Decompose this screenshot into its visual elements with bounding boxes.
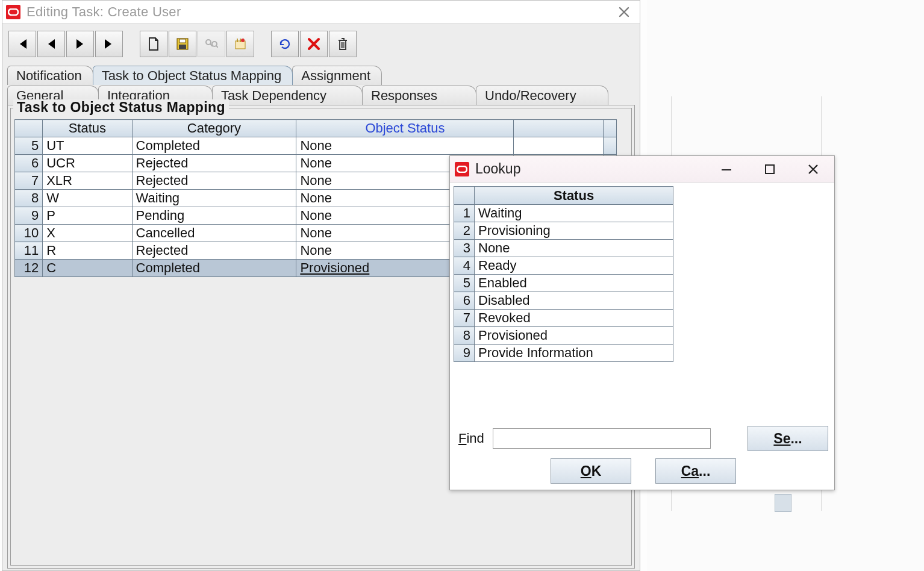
first-record-button[interactable]	[8, 31, 36, 57]
tab-task-dependency[interactable]: Task Dependency	[212, 86, 363, 105]
tab-undo-recovery[interactable]: Undo/Recovery	[476, 86, 608, 105]
tab-task-to-object-status-mapping[interactable]: Task to Object Status Mapping	[93, 66, 293, 85]
svg-rect-0	[8, 9, 18, 15]
col-head-object-status[interactable]: Object Status	[296, 120, 514, 137]
bg-scroll-thumb[interactable]	[775, 494, 791, 512]
lookup-dialog: Lookup Status 1Waiting 2Provisioning 3No…	[449, 155, 835, 490]
main-titlebar: Editing Task: Create User	[2, 1, 640, 23]
lookup-title: Lookup	[475, 161, 520, 177]
tab-responses[interactable]: Responses	[362, 86, 476, 105]
delete-red-button[interactable]	[300, 31, 328, 57]
last-record-button[interactable]	[95, 31, 123, 57]
lookup-row[interactable]: 5Enabled	[454, 275, 673, 292]
mapping-row[interactable]: 5 UT Completed None	[15, 137, 617, 155]
tab-notification[interactable]: Notification	[7, 66, 93, 85]
svg-point-4	[206, 40, 211, 45]
oracle-logo-icon	[455, 162, 469, 176]
search-button[interactable]: Se...	[748, 426, 828, 451]
col-head-category[interactable]: Category	[132, 120, 296, 137]
tab-assignment[interactable]: Assignment	[292, 66, 382, 85]
svg-point-5	[212, 42, 217, 46]
new-button[interactable]	[140, 31, 167, 57]
col-head-status[interactable]: Status	[43, 120, 132, 137]
svg-point-7	[241, 39, 245, 42]
lookup-row[interactable]: 7Revoked	[454, 310, 673, 327]
prev-record-button[interactable]	[37, 31, 65, 57]
toolbar	[7, 28, 635, 64]
lookup-row[interactable]: 8Provisioned	[454, 327, 673, 345]
find-label: Find	[458, 431, 484, 446]
lookup-row[interactable]: 2Provisioning	[454, 222, 673, 240]
main-window-title: Editing Task: Create User	[27, 4, 181, 20]
find-input[interactable]	[493, 428, 711, 449]
svg-rect-9	[722, 169, 731, 170]
lookup-row[interactable]: 3None	[454, 240, 673, 257]
trash-button[interactable]	[329, 31, 357, 57]
refresh-button[interactable]	[271, 31, 299, 57]
main-close-icon[interactable]	[612, 3, 636, 21]
close-icon[interactable]	[803, 161, 823, 178]
lookup-row[interactable]: 9Provide Information	[454, 345, 673, 362]
lookup-titlebar[interactable]: Lookup	[450, 156, 834, 183]
find-button	[198, 31, 225, 57]
svg-rect-10	[766, 165, 774, 173]
ok-button[interactable]: OK	[551, 458, 631, 484]
cancel-button[interactable]: Ca...	[655, 458, 736, 484]
mapping-legend: Task to Object Status Mapping	[13, 99, 229, 116]
notes-button[interactable]	[226, 31, 254, 57]
oracle-logo-icon	[6, 5, 20, 19]
lookup-grid[interactable]: Status 1Waiting 2Provisioning 3None 4Rea…	[454, 186, 673, 362]
save-button[interactable]	[169, 31, 196, 57]
lookup-row[interactable]: 6Disabled	[454, 292, 673, 310]
tab-row-upper: Notification Task to Object Status Mappi…	[7, 64, 635, 85]
svg-rect-8	[457, 166, 467, 172]
lookup-row[interactable]: 1Waiting	[454, 205, 673, 222]
svg-rect-3	[179, 45, 186, 49]
lookup-col-status[interactable]: Status	[475, 187, 673, 205]
svg-rect-2	[179, 39, 186, 43]
minimize-icon[interactable]	[716, 161, 737, 178]
lookup-row[interactable]: 4Ready	[454, 257, 673, 275]
next-record-button[interactable]	[66, 31, 94, 57]
maximize-icon[interactable]	[760, 161, 780, 178]
